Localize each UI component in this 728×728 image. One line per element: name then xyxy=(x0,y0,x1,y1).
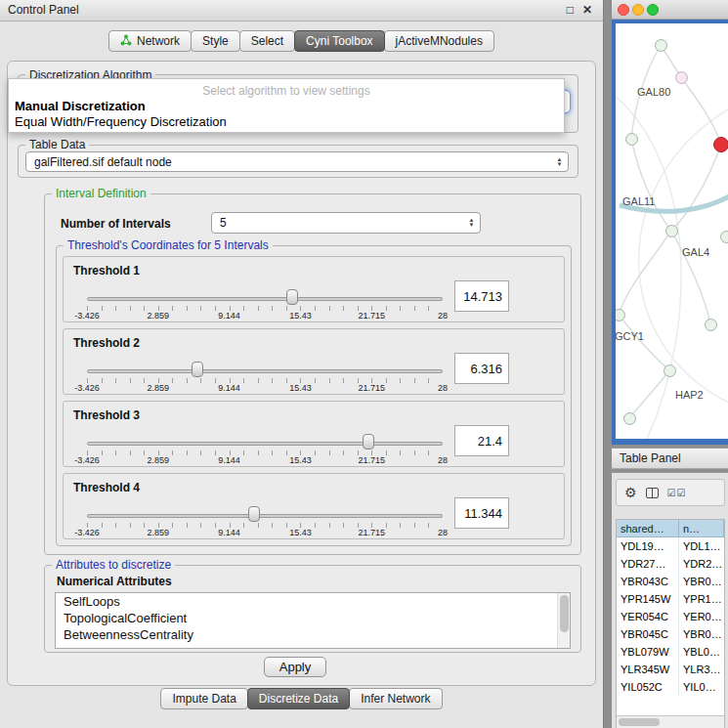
threshold-2-slider[interactable]: -3.426 2.859 9.144 15.43 21.715 28 xyxy=(87,329,443,396)
table-header-row: shared… n… xyxy=(617,520,724,537)
scrollbar-thumb[interactable] xyxy=(560,595,569,632)
tick-label: 9.144 xyxy=(218,311,240,321)
network-node[interactable] xyxy=(720,231,728,243)
combo-stepper-icon: ▲ ▼ xyxy=(465,218,480,228)
tick-label: 9.144 xyxy=(218,383,240,393)
popup-item-equal-width-frequency[interactable]: Equal Width/Frequency Discretization xyxy=(15,114,227,129)
slider-thumb[interactable] xyxy=(248,506,260,522)
threshold-4-slider[interactable]: -3.426 2.859 9.144 15.43 21.715 28 xyxy=(87,474,443,540)
algorithm-dropdown-popup: Select algorithm to view settings Manual… xyxy=(8,78,565,133)
mac-close-button[interactable] xyxy=(618,4,629,16)
control-panel-titlebar[interactable]: Control Panel xyxy=(0,0,603,21)
table-cell: YDR27… xyxy=(617,555,679,573)
network-node[interactable] xyxy=(664,364,676,377)
table-row[interactable]: YPR145W YPR1… xyxy=(617,590,724,608)
column-header[interactable]: n… xyxy=(679,520,724,537)
table-cell: YPR1… xyxy=(679,590,724,608)
thresholds-group-label: Threshold's Coordinates for 5 Intervals xyxy=(64,238,273,252)
threshold-1-value[interactable]: 14.713 xyxy=(454,280,509,312)
select-checkboxes-icon[interactable]: ☑☑ xyxy=(667,488,687,498)
list-scrollbar[interactable] xyxy=(557,593,570,648)
table-row[interactable]: YIL052C YIL0… xyxy=(617,678,724,696)
slider-thumb[interactable] xyxy=(192,362,203,377)
table-cell: YBL079W xyxy=(617,643,679,661)
network-node[interactable] xyxy=(705,319,717,331)
table-row[interactable]: YER054C YER0… xyxy=(617,608,724,625)
table-row[interactable]: YBL079W YBL0… xyxy=(617,643,724,661)
columns-icon[interactable] xyxy=(646,488,659,498)
network-node[interactable] xyxy=(675,71,688,84)
tab-label: Network xyxy=(137,34,180,48)
list-item[interactable]: BetweennessCentrality xyxy=(56,626,570,643)
table-row[interactable]: YDL19… YDL1… xyxy=(617,537,724,555)
mac-minimize-button[interactable] xyxy=(632,4,644,16)
node-attribute-table[interactable]: shared… n… YDL19… YDL1… YDR27… YDR2… YBR… xyxy=(616,519,725,728)
table-data-combobox[interactable]: galFiltered.sif default node ▲ ▼ xyxy=(25,151,569,172)
table-row[interactable]: YDR27… YDR2… xyxy=(617,555,724,573)
apply-button[interactable]: Apply xyxy=(264,657,326,677)
tab-jactivemnodules[interactable]: jActiveMNodules xyxy=(384,30,494,52)
tab-cyni-toolbox[interactable]: Cyni Toolbox xyxy=(294,30,384,52)
float-window-icon[interactable]: □ xyxy=(567,0,574,21)
slider-thumb[interactable] xyxy=(363,434,374,450)
bottom-tabbar: Impute Data Discretize Data Infer Networ… xyxy=(0,688,604,709)
number-of-intervals-combobox[interactable]: 5 ▲ ▼ xyxy=(211,212,481,234)
window-title: Control Panel xyxy=(8,3,79,17)
column-header[interactable]: shared… xyxy=(617,520,679,537)
tab-network[interactable]: Network xyxy=(108,30,192,52)
tab-infer-network[interactable]: Infer Network xyxy=(349,688,442,709)
close-icon[interactable]: ✕ xyxy=(582,0,592,21)
threshold-3-value[interactable]: 21.4 xyxy=(454,425,509,456)
tab-discretize-data[interactable]: Discretize Data xyxy=(247,688,350,709)
table-cell: YDR2… xyxy=(679,555,724,573)
table-cell: YER0… xyxy=(679,608,724,625)
network-node[interactable] xyxy=(655,39,667,52)
popup-hint: Select algorithm to view settings xyxy=(9,84,564,98)
tick-label: 28 xyxy=(438,383,448,393)
slider-tick-labels: -3.426 2.859 9.144 15.43 21.715 28 xyxy=(87,528,443,538)
combo-stepper-icon: ▲ ▼ xyxy=(553,157,568,167)
tab-label: Infer Network xyxy=(361,692,430,706)
tab-style[interactable]: Style xyxy=(191,30,240,52)
numerical-attributes-list[interactable]: SelfLoops TopologicalCoefficient Between… xyxy=(55,592,571,649)
network-node[interactable] xyxy=(623,412,636,425)
table-row[interactable]: YBR043C YBR0… xyxy=(617,573,724,590)
table-cell: YBL0… xyxy=(679,643,724,661)
threshold-1-slider[interactable]: -3.426 2.859 9.144 15.43 21.715 28 xyxy=(87,257,443,323)
node-label: GAL11 xyxy=(622,195,655,207)
table-cell: YBR0… xyxy=(679,625,724,643)
tick-label: -3.426 xyxy=(74,455,100,465)
network-window-titlebar[interactable] xyxy=(612,0,728,20)
table-row[interactable]: YLR345W YLR3… xyxy=(617,661,724,678)
scrollbar-thumb[interactable] xyxy=(619,718,660,726)
mac-zoom-button[interactable] xyxy=(647,4,659,16)
tab-select[interactable]: Select xyxy=(239,30,295,52)
slider-track xyxy=(87,369,443,373)
tick-label: 9.144 xyxy=(218,455,240,465)
interval-definition-label: Interval Definition xyxy=(52,187,150,200)
slider-tick-labels: -3.426 2.859 9.144 15.43 21.715 28 xyxy=(87,455,443,466)
tick-label: 15.43 xyxy=(289,383,312,393)
number-of-intervals-label: Number of Intervals xyxy=(61,217,171,231)
list-item[interactable]: TopologicalCoefficient xyxy=(56,610,570,626)
tab-label: Cyni Toolbox xyxy=(306,34,372,48)
table-row[interactable]: YBR045C YBR0… xyxy=(617,625,724,643)
threshold-3-slider[interactable]: -3.426 2.859 9.144 15.43 21.715 28 xyxy=(87,402,443,468)
threshold-4-value[interactable]: 11.344 xyxy=(454,497,509,529)
horizontal-scrollbar[interactable] xyxy=(617,715,724,728)
table-toolbar: ⚙ ☑☑ xyxy=(616,479,725,506)
list-item[interactable]: SelfLoops xyxy=(56,593,570,610)
slider-thumb[interactable] xyxy=(286,289,298,305)
table-cell: YIL0… xyxy=(679,678,724,696)
gear-icon[interactable]: ⚙ xyxy=(624,486,637,499)
slider-track xyxy=(87,297,443,301)
tick-label: 2.859 xyxy=(148,311,170,321)
table-panel-header[interactable]: Table Panel xyxy=(611,448,728,469)
network-node[interactable] xyxy=(625,133,638,146)
network-node[interactable] xyxy=(665,225,678,237)
threshold-2-value[interactable]: 6.316 xyxy=(454,353,509,384)
popup-item-manual-discretization[interactable]: Manual Discretization xyxy=(15,99,146,113)
network-canvas[interactable]: GAL80 GAL11 GAL4 GCY1 HAP2 xyxy=(616,23,728,439)
tab-impute-data[interactable]: Impute Data xyxy=(160,688,247,709)
network-node-selected[interactable] xyxy=(713,137,728,152)
